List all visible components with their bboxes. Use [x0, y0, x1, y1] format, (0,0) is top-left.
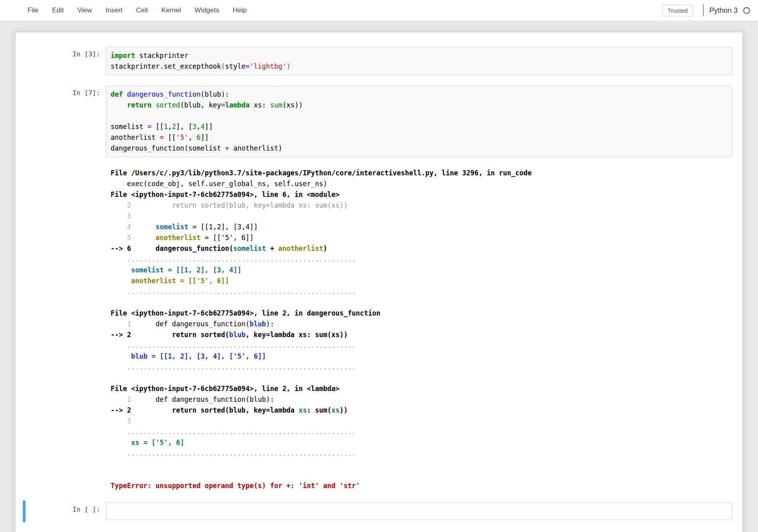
code-line: stackprinter.set_excepthook(style='light… [111, 61, 727, 72]
code-line: import stackprinter [111, 50, 727, 61]
code-line [111, 373, 732, 383]
menu-item-help[interactable]: Help [226, 3, 254, 18]
menu-item-insert[interactable]: Insert [99, 3, 129, 18]
code-input[interactable]: import stackprinterstackprinter.set_exce… [106, 47, 732, 75]
code-line: somelist = [[1, 2], [3, 4]] [111, 265, 732, 276]
code-line: ........................................… [111, 254, 732, 265]
code-line: ........................................… [111, 362, 732, 373]
cell-prompt: In [ ]: [16, 502, 106, 513]
code-line: anotherlist = [['5', 6]] [111, 132, 727, 143]
code-line [111, 297, 732, 308]
menubar-right: Trusted Python 3 [662, 4, 750, 16]
code-input[interactable]: def dangerous_function(blub): return sor… [106, 86, 732, 157]
code-line: dangerous_function(somelist + anotherlis… [111, 143, 727, 154]
menu-item-widgets[interactable]: Widgets [188, 3, 226, 18]
code-line: --> 2 return sorted(blub, key=lambda xs:… [111, 405, 732, 416]
menu-bar: FileEditViewInsertCellKernelWidgetsHelp … [0, 0, 758, 22]
menu-item-file[interactable]: File [21, 3, 45, 18]
notebook-container: In [3]: import stackprinterstackprinter.… [15, 32, 743, 532]
code-line [111, 470, 732, 480]
code-line: somelist = [[1,2], [3,4]] [111, 121, 727, 132]
menu-item-view[interactable]: View [71, 3, 99, 18]
code-line [111, 459, 732, 470]
menu-item-kernel[interactable]: Kernel [155, 3, 188, 18]
code-cell-1[interactable]: In [3]: import stackprinterstackprinter.… [16, 47, 742, 75]
empty-cell[interactable]: In [ ]: [16, 502, 742, 520]
code-line: xs = ['5', 6] [111, 437, 732, 448]
kernel-idle-icon [743, 7, 750, 14]
code-line: ........................................… [111, 286, 732, 297]
code-line: ........................................… [111, 448, 732, 459]
cell-prompt: In [7]: [16, 86, 106, 97]
cell-prompt: In [3]: [16, 47, 106, 58]
code-line: File /Users/c/.py3/lib/python3.7/site-pa… [111, 168, 732, 179]
code-line: 3 [111, 416, 732, 427]
kernel-name: Python 3 [709, 6, 738, 15]
code-line: anotherlist = [['5', 6]] [111, 276, 732, 286]
code-block [111, 506, 727, 516]
code-line: File <ipython-input-7-6cb62775a094>, lin… [111, 308, 732, 319]
code-line: File <ipython-input-7-6cb62775a094>, lin… [111, 383, 732, 394]
menu: FileEditViewInsertCellKernelWidgetsHelp [21, 3, 254, 18]
code-line: blub = [[1, 2], [3, 4], ['5', 6]] [111, 351, 732, 362]
code-line: File <ipython-input-7-6cb62775a094>, lin… [111, 189, 732, 200]
trusted-button[interactable]: Trusted [662, 5, 693, 16]
code-cell-2[interactable]: In [7]: def dangerous_function(blub): re… [16, 86, 742, 157]
kernel-divider [703, 4, 704, 16]
empty-code-input[interactable] [106, 502, 732, 520]
code-line: def dangerous_function(blub): [111, 89, 727, 100]
code-line: return sorted(blub, key=lambda xs: sum(x… [111, 100, 727, 111]
code-line [111, 111, 727, 121]
code-line: 5 anotherlist = [['5', 6]] [111, 232, 732, 243]
code-line: --> 6 dangerous_function(somelist + anot… [111, 243, 732, 254]
code-line: TypeError: unsupported operand type(s) f… [111, 480, 732, 491]
code-line: 3 [111, 211, 732, 222]
code-line: ........................................… [111, 340, 732, 351]
code-block: def dangerous_function(blub): return sor… [111, 89, 727, 154]
code-line: 1 def dangerous_function(blub): [111, 319, 732, 330]
code-line: --> 2 return sorted(blub, key=lambda xs:… [111, 330, 732, 340]
selected-cell-bar [23, 500, 26, 522]
code-line: 1 def dangerous_function(blub): [111, 394, 732, 405]
menu-item-edit[interactable]: Edit [45, 3, 70, 18]
code-line: 2 return sorted(blub, key=lambda xs: sum… [111, 200, 732, 211]
traceback-output: File /Users/c/.py3/lib/python3.7/site-pa… [111, 168, 732, 491]
code-block: import stackprinterstackprinter.set_exce… [111, 50, 727, 72]
code-line: 4 somelist = [[1,2], [3,4]] [111, 222, 732, 232]
code-line: exec(code_obj, self.user_global_ns, self… [111, 179, 732, 189]
cell-output: File /Users/c/.py3/lib/python3.7/site-pa… [106, 168, 732, 491]
code-line: ........................................… [111, 427, 732, 437]
menu-item-cell[interactable]: Cell [129, 3, 155, 18]
